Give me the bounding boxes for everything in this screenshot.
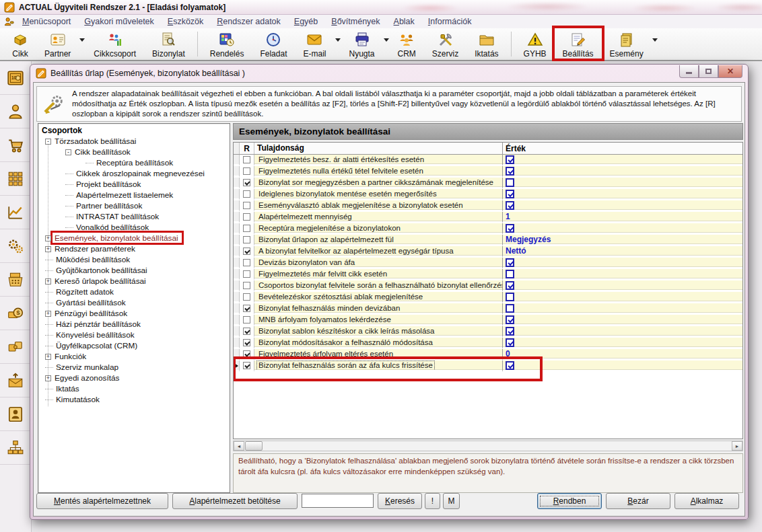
chevron-down-icon[interactable] [652, 28, 658, 60]
tree-item-2[interactable]: -Cikk beállítások [38, 147, 230, 157]
menu-item-7[interactable]: Ablak [387, 16, 421, 27]
value-text[interactable]: Nettó [506, 247, 526, 256]
table-row-5[interactable]: Eseményválasztó ablak megjelenítése a bi… [234, 200, 742, 212]
tree-item-label[interactable]: Funkciók [53, 352, 88, 361]
toolbar-button-crm[interactable]: CRM [392, 28, 422, 60]
toolbar-button-gyhb[interactable]: GYHB [518, 28, 553, 60]
tree-item-label[interactable]: Rendszer paraméterek [53, 244, 137, 254]
menu-item-4[interactable]: Rendszer adatok [210, 16, 287, 27]
value-checkbox[interactable] [506, 361, 514, 370]
value-cell[interactable] [503, 223, 742, 235]
tree-item-7[interactable]: Partner beállítások [38, 200, 230, 211]
menu-item-1[interactable]: Menücsoport [15, 16, 77, 27]
value-cell[interactable] [503, 315, 742, 326]
tree-item-label[interactable]: Keresõ ûrlapok beállításai [53, 276, 147, 286]
value-cell[interactable]: 1 [503, 212, 742, 223]
toolbar-button-nyugta[interactable]: Nyugta [343, 28, 381, 60]
memo-button[interactable]: M [443, 493, 460, 509]
value-cell[interactable] [503, 326, 742, 338]
value-cell[interactable] [503, 200, 742, 212]
load-default-button[interactable]: Alapértelmezett betöltése [172, 493, 298, 509]
system-level-checkbox[interactable] [243, 362, 250, 369]
system-level-checkbox[interactable] [243, 156, 250, 163]
table-row-8[interactable]: Bizonylat űrlapon az alapértelmezett fül… [234, 235, 742, 246]
search-button[interactable]: Keresés [378, 493, 422, 509]
collapse-icon[interactable]: - [45, 139, 51, 145]
tree-item-label[interactable]: Könyvelési beállítások [55, 330, 136, 340]
system-level-checkbox[interactable] [243, 305, 250, 312]
expand-icon[interactable]: + [45, 278, 51, 284]
value-cell[interactable] [503, 269, 742, 280]
tree-item-13[interactable]: Gyûjtõkartonok beállításai [38, 265, 230, 276]
toolbar-button-bizonylat[interactable]: Bizonylat [146, 28, 191, 60]
tree-item-label[interactable]: Gyártási beállítások [55, 298, 127, 307]
dialog-titlebar[interactable]: Beállítás űrlap (Események, bizonylatok … [30, 65, 748, 82]
system-level-checkbox[interactable] [243, 259, 250, 266]
system-level-checkbox[interactable] [243, 350, 250, 358]
tree-item-label[interactable]: Házi pénztár beállítások [55, 319, 142, 329]
tree-item-label[interactable]: Rögzített adatok [55, 287, 115, 297]
tree-item-21[interactable]: +Funkciók [38, 351, 230, 362]
sidebar-button-mail-send[interactable] [0, 364, 31, 397]
toolbar-button-cikk[interactable]: Cikk [6, 28, 34, 60]
table-row-16[interactable]: Bizonylat sablon készítéskor a cikk leír… [234, 326, 742, 338]
tree-item-23[interactable]: +Egyedi azonosítás [38, 373, 230, 383]
expand-icon[interactable]: + [45, 311, 51, 317]
toolbar-button-e-mail[interactable]: E-mail [297, 28, 332, 60]
tree-item-8[interactable]: INTRASTAT beállítások [38, 211, 230, 222]
tree-item-label[interactable]: Iktatás [55, 384, 81, 393]
system-level-checkbox[interactable] [243, 270, 250, 278]
value-cell[interactable]: 0 [503, 349, 742, 360]
table-row-3[interactable]: Bizonylat sor megjegyzésben a partner ci… [234, 178, 742, 189]
tree-item-18[interactable]: Házi pénztár beállítások [38, 319, 230, 330]
value-cell[interactable] [503, 178, 742, 189]
sidebar-button-chart[interactable] [0, 196, 31, 229]
value-checkbox[interactable] [506, 258, 514, 267]
ok-button[interactable]: Rendben [537, 493, 602, 509]
system-level-checkbox[interactable] [243, 179, 250, 186]
tree-item-label[interactable]: Alapértelmezett listaelemek [75, 190, 174, 200]
tree-item-19[interactable]: Könyvelési beállítások [38, 330, 230, 340]
menu-item-6[interactable]: Bővítmények [324, 16, 386, 27]
table-row-4[interactable]: Ideiglenes bizonylatok mentése esetén me… [234, 189, 742, 200]
chevron-down-icon[interactable] [335, 28, 341, 60]
chevron-down-icon[interactable] [79, 28, 85, 60]
sidebar-button-gears[interactable] [0, 229, 31, 263]
tree-item-12[interactable]: Mûködési beállítások [38, 254, 230, 265]
system-level-checkbox[interactable] [243, 202, 250, 209]
expand-icon[interactable]: + [45, 235, 51, 241]
value-checkbox[interactable] [506, 155, 514, 164]
tree-item-15[interactable]: Rögzített adatok [38, 287, 230, 297]
tree-item-label[interactable]: Cikk beállítások [73, 147, 132, 157]
menu-item-5[interactable]: Egyéb [287, 16, 324, 27]
table-row-15[interactable]: MNB árfolyam folyamatos lekérdezése [234, 315, 742, 326]
value-checkbox[interactable] [506, 224, 514, 233]
sidebar-button-cash-register[interactable] [0, 263, 31, 297]
toolbar-button-be-ll-t-s[interactable]: Beállítás [557, 28, 600, 60]
tree-item-10[interactable]: +Események, bizonylatok beállításai [38, 233, 230, 243]
chevron-down-icon[interactable] [384, 28, 389, 60]
system-level-checkbox[interactable] [243, 167, 250, 175]
value-cell[interactable] [503, 280, 742, 292]
sidebar-button-modules-grid[interactable] [0, 162, 31, 196]
menu-item-2[interactable]: Gyakori műveletek [77, 16, 161, 27]
tree-item-4[interactable]: Cikkek ároszlopainak megnevezései [38, 168, 230, 179]
scroll-right-icon[interactable]: ► [732, 441, 742, 451]
close-dialog-button[interactable]: Bezár [606, 493, 670, 509]
tree-item-label[interactable]: Mûködési beállítások [55, 255, 131, 264]
value-checkbox[interactable] [506, 304, 514, 313]
warning-button[interactable]: ! [425, 493, 440, 509]
tree-item-label[interactable]: Törzsadatok beállításai [53, 137, 137, 146]
sidebar-button-employee-badge[interactable] [0, 397, 31, 431]
toolbar-button-cikkcsoport[interactable]: Cikkcsoport [88, 28, 142, 60]
system-level-checkbox[interactable] [243, 282, 250, 289]
table-row-1[interactable]: Figyelmeztetés besz. ár alatti értékesít… [234, 155, 742, 166]
value-checkbox[interactable] [506, 178, 514, 187]
tree-item-6[interactable]: Alapértelmezett listaelemek [38, 190, 230, 200]
scrollbar-thumb[interactable] [245, 441, 263, 451]
toolbar-button-iktat-s[interactable]: Iktatás [469, 28, 504, 60]
sidebar-button-org-chart[interactable] [0, 431, 31, 465]
toolbar-button-rendel-s[interactable]: Rendelés [204, 28, 250, 60]
table-row-10[interactable]: Devizás bizonylaton van áfa [234, 258, 742, 269]
collapse-icon[interactable]: - [65, 149, 71, 155]
